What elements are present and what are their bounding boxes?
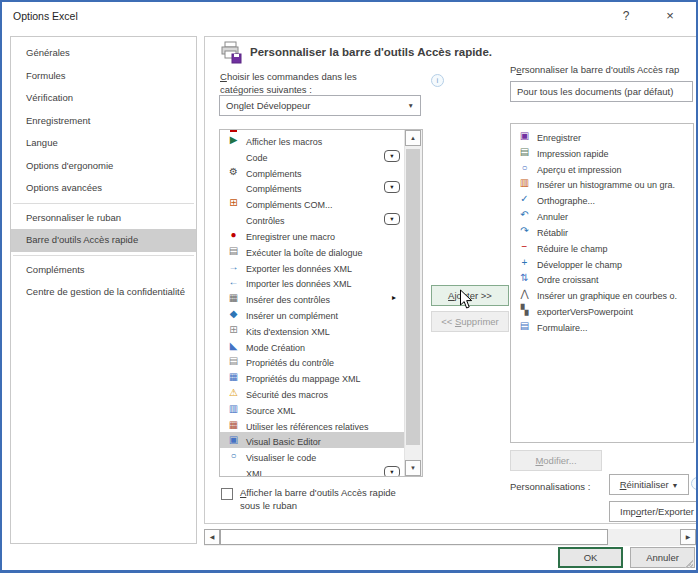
command-label: Exécuter la boîte de dialogue: [246, 248, 363, 258]
command-icon: ⊞: [226, 322, 241, 338]
command-row[interactable]: ⚙Compléments: [220, 164, 406, 180]
command-icon: ▣: [226, 432, 241, 448]
sidebar-item[interactable]: Barre d'outils Accès rapide: [11, 229, 196, 252]
horizontal-scrollbar[interactable]: ◀ ▶: [204, 529, 696, 546]
command-row[interactable]: ⚠Sécurité des macros: [220, 385, 406, 401]
commands-list-scrollbar[interactable]: ▲ ▼: [404, 130, 422, 476]
excel-options-dialog: Options Excel ? × Générales Formules Vér…: [0, 0, 698, 573]
main-panel: Personnaliser la barre d'outils Accès ra…: [204, 36, 698, 524]
command-row[interactable]: ◆Insérer un complément: [220, 306, 406, 322]
info-icon[interactable]: i: [431, 74, 444, 87]
command-label: Compléments: [246, 169, 302, 179]
show-qat-below-ribbon-label-line2: sous le ruban: [240, 499, 297, 512]
qat-command-row[interactable]: ⇅Ordre croissant: [511, 270, 694, 286]
command-label: Utiliser les références relatives: [246, 422, 369, 432]
qat-command-row[interactable]: ↷Rétablir: [511, 223, 694, 239]
command-label: Compléments COM...: [246, 200, 333, 210]
command-label: Mode Création: [246, 343, 305, 353]
command-row[interactable]: ⊞Compléments COM...: [220, 195, 406, 211]
ok-button[interactable]: OK: [558, 547, 623, 568]
command-row[interactable]: ▦Insérer des contrôles ▸: [220, 290, 406, 306]
command-icon: ▦: [226, 417, 241, 433]
command-row[interactable]: ←Importer les données XML: [220, 274, 406, 290]
resize-grip[interactable]: [683, 558, 693, 568]
title-bar[interactable]: Options Excel ? ×: [2, 2, 696, 32]
qat-command-row[interactable]: −Réduire le champ: [511, 239, 694, 255]
scroll-left-icon[interactable]: ◀: [204, 529, 220, 545]
command-row[interactable]: ◣Mode Création: [220, 338, 406, 354]
qat-command-row[interactable]: ▤Impression rapide: [511, 144, 694, 160]
command-icon: →: [226, 259, 241, 275]
command-row[interactable]: ▤Propriétés du contrôle: [220, 353, 406, 369]
sidebar-item[interactable]: Options avancées: [11, 177, 196, 200]
command-label: Afficher les macros: [246, 137, 322, 147]
import-export-button[interactable]: Importer/Exporter: [609, 501, 698, 522]
command-label: Enregistrer: [537, 133, 581, 143]
sidebar-item[interactable]: Enregistrement: [11, 110, 196, 133]
categories-combobox-value: Onglet Développeur: [226, 100, 311, 111]
info-icon[interactable]: i: [691, 477, 698, 490]
command-row[interactable]: ●Enregistrer une macro: [220, 227, 406, 243]
scroll-up-icon[interactable]: ▲: [405, 130, 421, 146]
command-icon: ▣: [517, 128, 532, 144]
command-row[interactable]: ▤Exécuter la boîte de dialogue: [220, 243, 406, 259]
sidebar-item[interactable]: Personnaliser le ruban: [11, 207, 196, 230]
command-icon: −: [517, 239, 532, 255]
sidebar-item[interactable]: Options d'ergonomie: [11, 155, 196, 178]
qat-command-row[interactable]: ▤Formulaire...: [511, 318, 694, 334]
command-row[interactable]: ▶Afficher les macros: [220, 132, 406, 148]
command-row[interactable]: →Exporter les données XML: [220, 259, 406, 275]
scrollbar-thumb[interactable]: [406, 149, 420, 445]
reset-button[interactable]: Réinitialiser ▼: [609, 474, 689, 495]
command-label: Source XML: [246, 406, 296, 416]
qat-command-row[interactable]: ▚exporterVersPowerpoint: [511, 302, 694, 318]
command-row[interactable]: ▣Visual Basic Editor: [220, 432, 406, 448]
command-icon: ▤: [517, 144, 532, 160]
scroll-down-icon[interactable]: ▼: [405, 460, 421, 476]
show-qat-below-ribbon-checkbox[interactable]: [221, 488, 233, 500]
dropdown-indicator-icon[interactable]: ▾: [384, 150, 400, 162]
command-label: Ordre croissant: [537, 275, 599, 285]
command-icon: ✓: [517, 191, 532, 207]
document-scope-combobox[interactable]: Pour tous les documents (par défaut): [510, 81, 693, 102]
help-button[interactable]: ?: [608, 2, 644, 30]
sidebar-separator: [13, 203, 194, 204]
command-row[interactable]: ⊞Kits d'extension XML: [220, 322, 406, 338]
dropdown-indicator-icon[interactable]: ▾: [384, 213, 400, 225]
sidebar-item[interactable]: Langue: [11, 132, 196, 155]
command-row[interactable]: ▦Propriétés du mappage XML: [220, 369, 406, 385]
command-icon: ⋀: [517, 286, 532, 302]
categories-combobox[interactable]: Onglet Développeur ▼: [219, 95, 421, 116]
command-row[interactable]: ○Visualiser le code: [220, 448, 406, 464]
close-icon[interactable]: ×: [652, 2, 688, 30]
qat-command-row[interactable]: ↶Annuler: [511, 207, 694, 223]
modify-button: Modifier...: [510, 450, 602, 471]
command-row[interactable]: Contrôles ▾: [220, 211, 406, 227]
sidebar-item[interactable]: Compléments: [11, 259, 196, 282]
qat-command-row[interactable]: ○Aperçu et impression: [511, 160, 694, 176]
command-icon: ▥: [226, 401, 241, 417]
command-row[interactable]: Compléments ▾: [220, 179, 406, 195]
command-row[interactable]: Code ▾: [220, 148, 406, 164]
scrollbar-thumb[interactable]: [220, 529, 608, 545]
command-row[interactable]: ▥Source XML: [220, 401, 406, 417]
qat-command-row[interactable]: ▣Enregistrer: [511, 128, 694, 144]
qat-command-row[interactable]: +Développer le champ: [511, 255, 694, 271]
command-label: Développer le champ: [537, 260, 622, 270]
command-icon: ▤: [517, 318, 532, 334]
command-row[interactable]: XML ▾: [220, 464, 406, 476]
dropdown-indicator-icon[interactable]: ▾: [384, 181, 400, 193]
qat-command-row[interactable]: ⋀Insérer un graphique en courbes o.: [511, 286, 694, 302]
sidebar-item[interactable]: Générales: [11, 42, 196, 65]
command-label: Formulaire...: [537, 323, 588, 333]
dropdown-indicator-icon[interactable]: ▾: [384, 466, 400, 476]
sidebar-item[interactable]: Formules: [11, 65, 196, 88]
qat-command-row[interactable]: ▥Insérer un histogramme ou un gra.: [511, 175, 694, 191]
command-label: Impression rapide: [537, 149, 609, 159]
sidebar-item[interactable]: Vérification: [11, 87, 196, 110]
qat-command-row[interactable]: ✓Orthographe...: [511, 191, 694, 207]
command-label: Sécurité des macros: [246, 390, 328, 400]
sidebar-item[interactable]: Centre de gestion de la confidentialité: [11, 281, 196, 304]
scroll-right-icon[interactable]: ▶: [680, 529, 696, 545]
command-row[interactable]: ▦Utiliser les références relatives: [220, 417, 406, 433]
